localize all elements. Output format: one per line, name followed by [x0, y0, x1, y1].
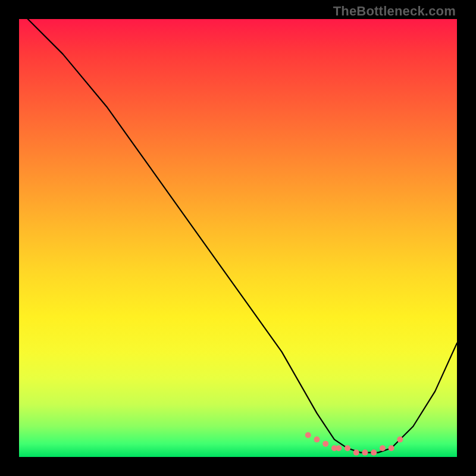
watermark-text: TheBottleneck.com [333, 4, 456, 19]
optimal-dot [336, 445, 342, 451]
plot-area [19, 19, 457, 457]
optimal-dot [322, 441, 328, 447]
optimal-dot [389, 445, 394, 451]
optimal-dot [314, 437, 320, 443]
optimal-dot [362, 450, 368, 456]
optimal-dot [345, 445, 350, 451]
optimal-dot [397, 437, 403, 443]
optimal-dot [353, 450, 359, 456]
optimal-dot [380, 445, 386, 451]
optimal-range-dots [19, 19, 457, 457]
chart-stage: TheBottleneck.com [0, 0, 476, 476]
optimal-dot [305, 432, 311, 438]
optimal-dot [371, 450, 377, 456]
